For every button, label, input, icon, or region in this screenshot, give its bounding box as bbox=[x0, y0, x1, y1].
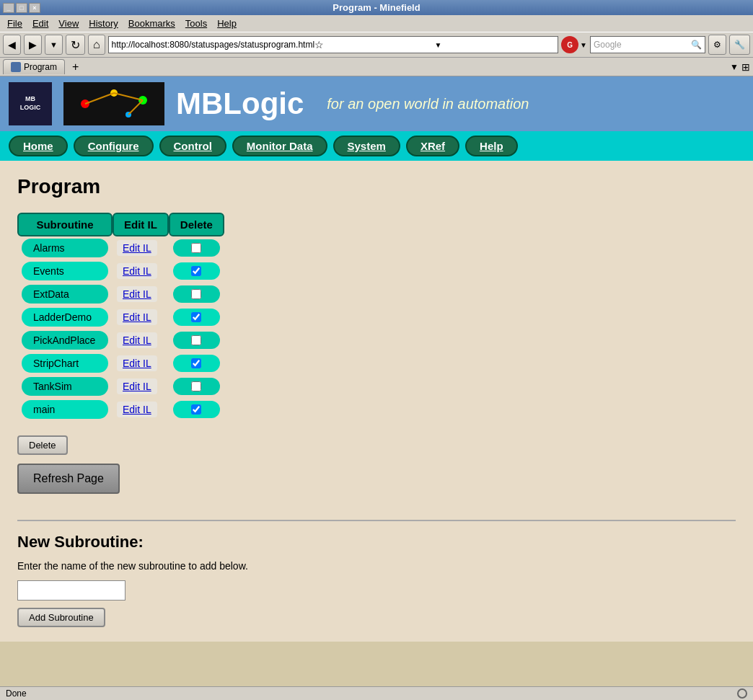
nav-home[interactable]: Home bbox=[9, 136, 68, 156]
add-subroutine-button[interactable]: Add Subroutine bbox=[17, 608, 105, 627]
addon-btn[interactable]: 🔧 bbox=[729, 35, 750, 55]
menu-view[interactable]: View bbox=[54, 17, 83, 30]
delete-checkbox-cell bbox=[169, 260, 224, 283]
extensions-btn[interactable]: ⚙ bbox=[708, 35, 726, 55]
tabs-menu-icon[interactable]: ▼ bbox=[730, 62, 739, 72]
edit-il-link[interactable]: Edit IL bbox=[117, 309, 157, 325]
star-icon: ☆ bbox=[314, 39, 435, 50]
window-controls[interactable]: _ □ × bbox=[0, 3, 43, 13]
edit-il-cell: Edit IL bbox=[113, 306, 169, 329]
nav-configure[interactable]: Configure bbox=[74, 136, 154, 156]
delete-checkbox-cell bbox=[169, 283, 224, 306]
delete-checkbox-cell bbox=[169, 398, 224, 421]
forward-btn[interactable]: ▶ bbox=[24, 35, 42, 55]
subroutine-name-cell: main bbox=[17, 398, 113, 421]
col-header-subroutine: Subroutine bbox=[17, 213, 113, 236]
delete-checkbox-cell bbox=[169, 236, 224, 260]
nav-help[interactable]: Help bbox=[465, 136, 518, 156]
minimize-btn[interactable]: _ bbox=[3, 3, 14, 13]
subroutine-name-cell: Alarms bbox=[17, 236, 113, 260]
new-subroutine-description: Enter the name of the new subroutine to … bbox=[17, 560, 736, 572]
new-subroutine-section: New Subroutine: Enter the name of the ne… bbox=[17, 533, 736, 627]
delete-checkbox[interactable] bbox=[191, 404, 201, 415]
brand-title: MBLogic bbox=[176, 87, 304, 121]
delete-checkbox-cell bbox=[169, 375, 224, 398]
subroutine-name-cell: Events bbox=[17, 260, 113, 283]
main-content: Program Subroutine Edit IL Delete Alarms… bbox=[0, 161, 753, 642]
menu-file[interactable]: File bbox=[3, 17, 27, 30]
delete-checkbox[interactable] bbox=[191, 381, 201, 391]
delete-checkbox[interactable] bbox=[191, 243, 201, 253]
delete-checkbox[interactable] bbox=[191, 289, 201, 299]
window-title: Program - Minefield bbox=[43, 2, 710, 13]
edit-il-cell: Edit IL bbox=[113, 352, 169, 375]
nav-monitor-data[interactable]: Monitor Data bbox=[232, 136, 327, 156]
page-content: MBLOGIC MBLogic for an open world in aut… bbox=[0, 76, 753, 642]
edit-il-link[interactable]: Edit IL bbox=[117, 355, 157, 371]
subroutine-name: LadderDemo bbox=[22, 308, 108, 327]
maximize-btn[interactable]: □ bbox=[16, 3, 27, 13]
edit-il-link[interactable]: Edit IL bbox=[117, 286, 157, 302]
tabs-restore-icon[interactable]: ⊞ bbox=[741, 61, 750, 73]
subroutine-name: Events bbox=[22, 262, 108, 280]
delete-checkbox-cell bbox=[169, 329, 224, 352]
dropdown-btn[interactable]: ▼ bbox=[45, 35, 63, 55]
table-row: PickAndPlaceEdit IL bbox=[17, 329, 224, 352]
menu-edit[interactable]: Edit bbox=[28, 17, 53, 30]
dropdown-address-icon[interactable]: ▼ bbox=[435, 41, 555, 49]
edit-il-cell: Edit IL bbox=[113, 236, 169, 260]
search-input-bar[interactable]: Google 🔍 bbox=[590, 36, 705, 53]
new-subroutine-title: New Subroutine: bbox=[17, 533, 736, 551]
table-row: AlarmsEdit IL bbox=[17, 236, 224, 260]
edit-il-link[interactable]: Edit IL bbox=[117, 332, 157, 348]
delete-checkbox-cell bbox=[169, 352, 224, 375]
edit-il-link[interactable]: Edit IL bbox=[117, 378, 157, 394]
edit-il-link[interactable]: Edit IL bbox=[117, 263, 157, 279]
edit-il-cell: Edit IL bbox=[113, 329, 169, 352]
back-btn[interactable]: ◀ bbox=[3, 35, 21, 55]
search-engine-dropdown[interactable]: ▼ bbox=[580, 41, 587, 49]
logo-mb: MBLOGIC bbox=[20, 95, 41, 111]
table-row: TankSimEdit IL bbox=[17, 375, 224, 398]
search-icon[interactable]: 🔍 bbox=[691, 40, 702, 50]
brand-tagline: for an open world in automation bbox=[327, 96, 529, 112]
search-placeholder: Google bbox=[594, 40, 691, 50]
address-bar[interactable]: http://localhost:8080/statuspages/status… bbox=[108, 36, 559, 53]
menu-history[interactable]: History bbox=[84, 17, 122, 30]
subroutine-name: TankSim bbox=[22, 377, 108, 396]
reload-btn[interactable]: ↻ bbox=[66, 35, 85, 55]
tab-program[interactable]: Program bbox=[3, 59, 65, 74]
menu-bar: File Edit View History Bookmarks Tools H… bbox=[0, 15, 753, 32]
delete-checkbox[interactable] bbox=[191, 312, 201, 322]
menu-tools[interactable]: Tools bbox=[181, 17, 211, 30]
title-bar: _ □ × Program - Minefield bbox=[0, 0, 753, 15]
address-text: http://localhost:8080/statuspages/status… bbox=[112, 40, 315, 50]
subroutine-name: Alarms bbox=[22, 239, 108, 257]
delete-checkbox-cell bbox=[169, 306, 224, 329]
nav-control[interactable]: Control bbox=[159, 136, 226, 156]
add-tab-btn[interactable]: + bbox=[69, 61, 82, 74]
subroutine-table: Subroutine Edit IL Delete AlarmsEdit ILE… bbox=[17, 213, 224, 421]
refresh-page-button[interactable]: Refresh Page bbox=[17, 464, 120, 494]
search-engine-icon: G bbox=[561, 36, 578, 53]
delete-checkbox[interactable] bbox=[191, 266, 201, 276]
close-btn[interactable]: × bbox=[29, 3, 40, 13]
edit-il-link[interactable]: Edit IL bbox=[117, 240, 157, 256]
tabs-bar: Program + ▼ ⊞ bbox=[0, 58, 753, 76]
subroutine-name-cell: LadderDemo bbox=[17, 306, 113, 329]
delete-checkbox[interactable] bbox=[191, 358, 201, 368]
menu-bookmarks[interactable]: Bookmarks bbox=[124, 17, 180, 30]
svg-rect-0 bbox=[63, 82, 164, 125]
nav-system[interactable]: System bbox=[333, 136, 400, 156]
nav-xref[interactable]: XRef bbox=[406, 136, 459, 156]
table-row: EventsEdit IL bbox=[17, 260, 224, 283]
new-subroutine-input[interactable] bbox=[17, 580, 126, 601]
col-header-edit-il: Edit IL bbox=[113, 213, 169, 236]
delete-button[interactable]: Delete bbox=[17, 435, 68, 455]
edit-il-link[interactable]: Edit IL bbox=[117, 402, 157, 417]
edit-il-cell: Edit IL bbox=[113, 260, 169, 283]
edit-il-cell: Edit IL bbox=[113, 283, 169, 306]
home-btn[interactable]: ⌂ bbox=[88, 35, 105, 55]
delete-checkbox[interactable] bbox=[191, 335, 201, 345]
menu-help[interactable]: Help bbox=[213, 17, 241, 30]
